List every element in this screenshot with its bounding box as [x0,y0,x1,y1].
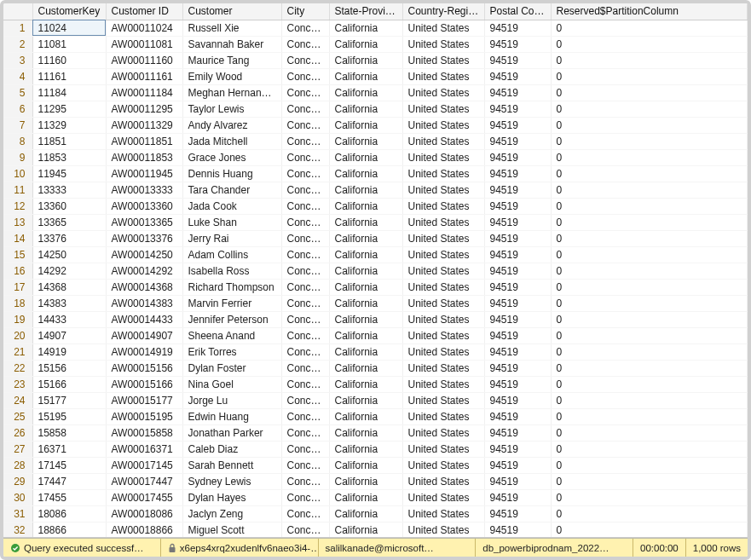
cell-state[interactable]: California [329,214,402,230]
cell-customerid[interactable]: AW00015195 [106,408,182,424]
rownum-cell[interactable]: 7 [3,117,32,133]
table-row[interactable]: 1313365AW00013365Luke ShanConcordCalifor… [3,214,748,230]
cell-state[interactable]: California [329,457,402,473]
cell-customerkey[interactable]: 14907 [32,327,106,344]
cell-customerid[interactable]: AW00011851 [106,133,182,149]
cell-reserved[interactable]: 0 [551,279,748,295]
rownum-cell[interactable]: 27 [3,441,32,457]
table-row[interactable]: 311160AW00011160Maurice TangConcordCalif… [3,52,748,68]
cell-customer[interactable]: Richard Thompson [182,279,281,295]
cell-postal[interactable]: 94519 [484,424,551,441]
cell-reserved[interactable]: 0 [551,117,748,133]
rownum-cell[interactable]: 30 [3,489,32,505]
rownum-cell[interactable]: 29 [3,473,32,489]
rownum-cell[interactable]: 15 [3,246,32,263]
cell-state[interactable]: California [329,101,402,117]
cell-customer[interactable]: Jennifer Peterson [182,311,281,327]
cell-city[interactable]: Concord [281,360,329,376]
cell-postal[interactable]: 94519 [484,84,551,101]
cell-reserved[interactable]: 0 [551,408,748,424]
cell-customerkey[interactable]: 11024 [32,20,106,36]
rownum-cell[interactable]: 10 [3,165,32,182]
cell-city[interactable]: Concord [281,182,329,198]
cell-postal[interactable]: 94519 [484,327,551,344]
cell-city[interactable]: Concord [281,165,329,182]
cell-customerkey[interactable]: 11851 [32,133,106,149]
results-grid[interactable]: CustomerKey Customer ID Customer City St… [3,3,748,538]
rownum-cell[interactable]: 14 [3,230,32,246]
cell-postal[interactable]: 94519 [484,182,551,198]
cell-postal[interactable]: 94519 [484,230,551,246]
cell-country[interactable]: United States [402,279,484,295]
cell-reserved[interactable]: 0 [551,489,748,505]
cell-reserved[interactable]: 0 [551,473,748,489]
cell-country[interactable]: United States [402,392,484,408]
cell-customer[interactable]: Dennis Huang [182,165,281,182]
cell-city[interactable]: Concord [281,214,329,230]
cell-state[interactable]: California [329,165,402,182]
cell-city[interactable]: Concord [281,20,329,36]
cell-state[interactable]: California [329,36,402,52]
cell-city[interactable]: Concord [281,133,329,149]
cell-customer[interactable]: Sheena Anand [182,327,281,344]
cell-country[interactable]: United States [402,117,484,133]
cell-state[interactable]: California [329,68,402,84]
cell-city[interactable]: Concord [281,198,329,214]
cell-reserved[interactable]: 0 [551,149,748,165]
rownum-cell[interactable]: 11 [3,182,32,198]
cell-reserved[interactable]: 0 [551,344,748,360]
table-row[interactable]: 2515195AW00015195Edwin HuangConcordCalif… [3,408,748,424]
rownum-cell[interactable]: 2 [3,36,32,52]
cell-country[interactable]: United States [402,424,484,441]
cell-country[interactable]: United States [402,149,484,165]
cell-customer[interactable]: Marvin Ferrier [182,295,281,311]
cell-customerid[interactable]: AW00011945 [106,165,182,182]
cell-reserved[interactable]: 0 [551,20,748,36]
cell-customerkey[interactable]: 14250 [32,246,106,263]
cell-city[interactable]: Concord [281,522,329,538]
rownum-cell[interactable]: 5 [3,84,32,101]
cell-reserved[interactable]: 0 [551,133,748,149]
table-row[interactable]: 111024AW00011024Russell XieConcordCalifo… [3,20,748,36]
table-row[interactable]: 2917447AW00017447Sydney LewisConcordCali… [3,473,748,489]
header-rownum[interactable] [3,3,32,20]
cell-customerid[interactable]: AW00011161 [106,68,182,84]
table-row[interactable]: 211081AW00011081Savannah BakerConcordCal… [3,36,748,52]
cell-state[interactable]: California [329,246,402,263]
cell-state[interactable]: California [329,263,402,279]
cell-reserved[interactable]: 0 [551,295,748,311]
cell-country[interactable]: United States [402,408,484,424]
cell-customerid[interactable]: AW00015858 [106,424,182,441]
cell-country[interactable]: United States [402,457,484,473]
cell-reserved[interactable]: 0 [551,36,748,52]
cell-reserved[interactable]: 0 [551,263,748,279]
table-row[interactable]: 2215156AW00015156Dylan FosterConcordCali… [3,360,748,376]
cell-reserved[interactable]: 0 [551,424,748,441]
table-row[interactable]: 711329AW00011329Andy AlvarezConcordCalif… [3,117,748,133]
cell-customerkey[interactable]: 17455 [32,489,106,505]
cell-customer[interactable]: Tara Chander [182,182,281,198]
cell-customerid[interactable]: AW00011329 [106,117,182,133]
cell-reserved[interactable]: 0 [551,68,748,84]
cell-country[interactable]: United States [402,327,484,344]
cell-customerid[interactable]: AW00014383 [106,295,182,311]
header-row[interactable]: CustomerKey Customer ID Customer City St… [3,3,748,20]
cell-customerkey[interactable]: 15195 [32,408,106,424]
rownum-cell[interactable]: 4 [3,68,32,84]
cell-reserved[interactable]: 0 [551,360,748,376]
table-row[interactable]: 3118086AW00018086Jaclyn ZengConcordCalif… [3,505,748,522]
cell-country[interactable]: United States [402,165,484,182]
cell-country[interactable]: United States [402,182,484,198]
cell-customerkey[interactable]: 15858 [32,424,106,441]
cell-state[interactable]: California [329,295,402,311]
cell-city[interactable]: Concord [281,457,329,473]
cell-postal[interactable]: 94519 [484,52,551,68]
cell-postal[interactable]: 94519 [484,295,551,311]
cell-state[interactable]: California [329,505,402,522]
cell-customerid[interactable]: AW00014433 [106,311,182,327]
cell-city[interactable]: Concord [281,149,329,165]
cell-customer[interactable]: Miguel Scott [182,522,281,538]
cell-reserved[interactable]: 0 [551,441,748,457]
cell-postal[interactable]: 94519 [484,198,551,214]
table-row[interactable]: 411161AW00011161Emily WoodConcordCalifor… [3,68,748,84]
